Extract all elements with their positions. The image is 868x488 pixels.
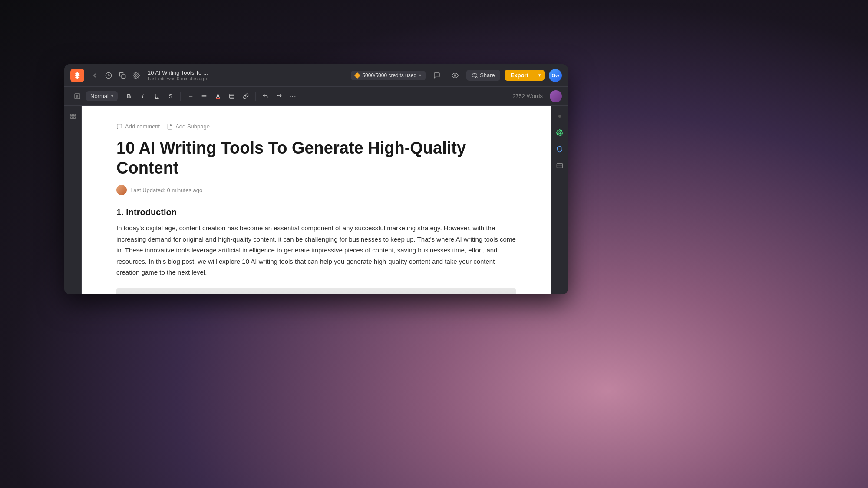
export-button[interactable]: Export ▾ [505, 70, 545, 81]
app-window: 10 AI Writing Tools To ... Last edit was… [64, 64, 568, 294]
document-page: Add comment Add Subpage 10 AI Writing To… [82, 106, 551, 294]
right-sidebar [551, 106, 568, 294]
image-placeholder [116, 288, 516, 294]
comment-button[interactable] [430, 69, 444, 82]
credits-text: 5000/5000 credits used [362, 72, 416, 79]
section-1-heading: 1. Introduction [116, 207, 516, 217]
bold-button[interactable]: B [123, 90, 135, 102]
last-updated-text: Last Updated: 0 minutes ago [130, 187, 202, 193]
undo-button[interactable] [259, 90, 271, 102]
align-button[interactable] [198, 90, 210, 102]
strikethrough-button[interactable]: S [165, 90, 177, 102]
section-1-body: In today's digital age, content creation… [116, 223, 516, 278]
document-area[interactable]: Add comment Add Subpage 10 AI Writing To… [82, 106, 551, 294]
svg-rect-23 [73, 117, 75, 118]
user-color-button[interactable] [550, 90, 562, 102]
author-avatar [116, 185, 127, 195]
table-button[interactable] [226, 90, 238, 102]
format-label: Normal [90, 93, 109, 99]
settings-button[interactable] [130, 69, 142, 82]
export-chevron: ▾ [535, 70, 545, 80]
add-comment-button[interactable]: Add comment [116, 123, 160, 130]
share-label: Share [480, 72, 495, 79]
svg-rect-1 [122, 75, 125, 79]
italic-button[interactable]: I [137, 90, 149, 102]
right-sidebar-icon-3[interactable] [554, 160, 566, 172]
credits-chevron: ▾ [419, 73, 421, 78]
document-meta: Last Updated: 0 minutes ago [116, 185, 516, 195]
svg-rect-22 [70, 117, 72, 118]
svg-point-3 [454, 75, 456, 76]
more-button[interactable]: ⋯ [287, 90, 299, 102]
right-sidebar-icon-1[interactable] [554, 127, 566, 139]
preview-button[interactable] [448, 69, 462, 82]
share-button[interactable]: Share [466, 70, 500, 81]
toolbar-separator-1 [180, 92, 181, 101]
add-subpage-button[interactable]: Add Subpage [167, 123, 210, 130]
svg-point-4 [473, 73, 475, 75]
svg-rect-16 [230, 94, 234, 98]
document-actions: Add comment Add Subpage [116, 123, 516, 130]
avatar[interactable]: Gw [549, 69, 562, 82]
underline-button[interactable]: U [151, 90, 163, 102]
toolbar: Normal ▾ B I U S A [64, 87, 568, 106]
title-info: 10 AI Writing Tools To ... Last edit was… [148, 69, 351, 81]
format-chevron: ▾ [111, 94, 113, 98]
credits-icon [354, 72, 360, 78]
back-button[interactable] [89, 69, 101, 82]
avatar-initials: Gw [551, 73, 559, 78]
title-bar: 10 AI Writing Tools To ... Last edit was… [64, 64, 568, 87]
logo-button[interactable] [70, 69, 84, 82]
svg-rect-25 [557, 164, 562, 168]
history-button[interactable] [102, 69, 115, 82]
list-button[interactable] [184, 90, 196, 102]
svg-rect-20 [70, 114, 72, 116]
add-comment-label: Add comment [125, 123, 160, 130]
toolbar-separator-2 [255, 92, 256, 101]
document-title: 10 AI Writing Tools To Generate High-Qua… [116, 138, 516, 178]
credits-badge[interactable]: 5000/5000 credits used ▾ [351, 71, 426, 80]
title-actions: 5000/5000 credits used ▾ Share [351, 69, 562, 82]
redo-button[interactable] [273, 90, 285, 102]
right-sidebar-icon-2[interactable] [554, 143, 566, 155]
link-button[interactable] [240, 90, 252, 102]
left-icon-button[interactable] [70, 89, 84, 103]
add-subpage-label: Add Subpage [175, 123, 210, 130]
font-color-button[interactable]: A [212, 90, 224, 102]
window-title: 10 AI Writing Tools To ... [148, 69, 351, 76]
format-select[interactable]: Normal ▾ [86, 91, 118, 101]
svg-point-2 [135, 75, 137, 76]
main-area: Add comment Add Subpage 10 AI Writing To… [64, 106, 568, 294]
left-sidebar [64, 106, 82, 294]
word-count: 2752 Words [512, 93, 543, 99]
window-subtitle: Last edit was 0 minutes ago [148, 76, 351, 81]
svg-point-24 [559, 132, 561, 134]
left-sidebar-icon[interactable] [67, 110, 79, 122]
copy-button[interactable] [116, 69, 129, 82]
export-label: Export [505, 70, 535, 81]
svg-rect-21 [73, 114, 75, 116]
scroll-indicator [554, 110, 566, 122]
